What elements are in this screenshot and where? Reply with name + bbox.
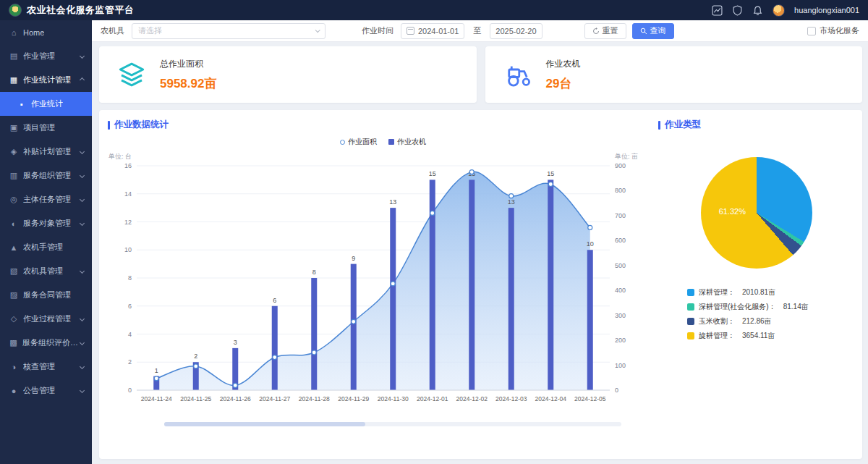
sidebar-item-label: 项目管理 — [23, 122, 55, 133]
svg-text:4: 4 — [128, 331, 132, 338]
chevron-down-icon — [80, 364, 85, 369]
main-content: 农机具 请选择 作业时间 2024-01-01 至 2025-02-20 重置 … — [92, 20, 868, 464]
market-service-checkbox[interactable]: 市场化服务 — [807, 25, 859, 36]
sidebar-item-machinist[interactable]: ▲ 农机手管理 — [0, 235, 92, 259]
sidebar-item-label: Home — [23, 28, 44, 37]
sidebar-item-org-evaluate[interactable]: ▩ 服务组织评价管理 — [0, 331, 92, 355]
sidebar-item-label: 主体任务管理 — [23, 194, 71, 205]
time-range-label: 作业时间 — [362, 25, 393, 36]
svg-text:15: 15 — [429, 170, 436, 177]
menu-icon: ● — [9, 387, 18, 395]
legend-label: 深耕管理(社会化服务)： — [699, 302, 776, 312]
pie-legend-item[interactable]: 深耕管理： 2010.81亩 — [687, 287, 855, 298]
date-end-input[interactable]: 2025-02-20 — [490, 23, 542, 39]
stat-card-total-area: 总作业面积 5958.92亩 — [99, 46, 477, 103]
legend-circle-icon — [340, 140, 345, 145]
chevron-down-icon — [80, 221, 85, 226]
legend-label: 旋耕管理： — [699, 331, 735, 341]
calendar-icon — [407, 27, 414, 35]
svg-text:2024-11-27: 2024-11-27 — [259, 395, 290, 402]
svg-text:2: 2 — [194, 353, 197, 360]
sidebar-item-service-contract[interactable]: ▨ 服务合同管理 — [0, 283, 92, 307]
sidebar-item-job-manage[interactable]: ▤ 作业管理 — [0, 44, 92, 68]
sidebar-item-label: 作业统计管理 — [23, 75, 71, 85]
sidebar-item-label: 服务组织管理 — [23, 170, 71, 181]
legend-color-chip — [687, 303, 694, 311]
chart-scrollbar[interactable] — [164, 422, 621, 426]
svg-text:10: 10 — [124, 246, 132, 253]
stat-value: 5958.92亩 — [160, 75, 216, 92]
sidebar-item-machinery[interactable]: ▧ 农机具管理 — [0, 259, 92, 283]
chevron-down-icon — [80, 316, 85, 321]
menu-icon: ▲ — [9, 243, 18, 252]
sidebar-subitem-job-stat[interactable]: ▪ 作业统计 — [0, 92, 92, 116]
svg-text:14: 14 — [124, 190, 132, 198]
sidebar-item-label: 作业过程管理 — [23, 313, 71, 324]
menu-icon: ▩ — [9, 338, 17, 347]
chart-section-title: 作业数据统计 — [108, 119, 658, 131]
svg-text:100: 100 — [615, 362, 626, 369]
user-avatar[interactable] — [773, 4, 785, 17]
sidebar-item-label: 服务组织评价管理 — [22, 337, 80, 348]
chart-scrollbar-thumb[interactable] — [164, 422, 365, 426]
sidebar-item-job-stat-manage[interactable]: ▦ 作业统计管理 — [0, 68, 92, 92]
shield-icon[interactable] — [732, 5, 743, 16]
legend-color-chip — [687, 289, 694, 296]
pie-legend: 深耕管理： 2010.81亩 深耕管理(社会化服务)： 81.14亩 玉米收割：… — [687, 287, 855, 341]
pie-legend-item[interactable]: 深耕管理(社会化服务)： 81.14亩 — [687, 302, 855, 312]
checkbox-icon[interactable] — [807, 27, 816, 35]
stat-value: 29台 — [546, 75, 581, 92]
legend-value: 3654.11亩 — [742, 331, 775, 341]
menu-icon: ▨ — [9, 290, 18, 300]
svg-text:2: 2 — [128, 358, 132, 366]
chevron-up-icon — [80, 77, 85, 83]
chart-icon[interactable] — [712, 5, 723, 16]
menu-icon: ▦ — [9, 75, 18, 85]
svg-text:2024-11-25: 2024-11-25 — [180, 395, 211, 402]
svg-text:8: 8 — [128, 274, 132, 282]
sidebar-item-verify[interactable]: ◑ 核查管理 — [0, 355, 92, 379]
legend-item-line[interactable]: 作业面积 — [340, 137, 377, 147]
pie-chart[interactable]: 61.32% — [701, 157, 812, 269]
menu-icon: ▥ — [9, 171, 18, 180]
pie-legend-item[interactable]: 旋耕管理： 3654.11亩 — [687, 331, 855, 341]
svg-text:2024-11-24: 2024-11-24 — [141, 395, 172, 402]
sidebar-item-home[interactable]: ⌂ Home — [0, 20, 92, 44]
menu-icon: ◇ — [9, 314, 18, 324]
bell-icon[interactable] — [752, 5, 763, 16]
search-button[interactable]: 查询 — [632, 23, 674, 39]
sidebar-item-service-org[interactable]: ▥ 服务组织管理 — [0, 164, 92, 187]
pie-legend-item[interactable]: 玉米收割： 212.86亩 — [687, 316, 855, 326]
sidebar-item-notice[interactable]: ● 公告管理 — [0, 379, 92, 402]
date-separator: 至 — [470, 25, 484, 36]
date-start-input[interactable]: 2024-01-01 — [401, 23, 464, 39]
filter-bar: 农机具 请选择 作业时间 2024-01-01 至 2025-02-20 重置 … — [92, 20, 868, 42]
machine-select[interactable]: 请选择 — [132, 23, 326, 39]
menu-icon: ◎ — [9, 195, 18, 204]
legend-item-bar[interactable]: 作业农机 — [388, 137, 426, 147]
stat-card-machines: 作业农机 29台 — [485, 46, 863, 103]
search-icon — [640, 28, 647, 35]
stat-title: 作业农机 — [546, 58, 581, 70]
sidebar-item-service-target[interactable]: ◐ 服务对象管理 — [0, 211, 92, 235]
sidebar-item-label: 服务对象管理 — [23, 218, 71, 229]
sidebar-item-label: 核查管理 — [23, 361, 55, 372]
reset-button[interactable]: 重置 — [584, 23, 626, 39]
layers-icon — [115, 58, 148, 91]
sidebar-item-subsidy-plan[interactable]: ◈ 补贴计划管理 — [0, 140, 92, 164]
sidebar-item-job-process[interactable]: ◇ 作业过程管理 — [0, 307, 92, 331]
combo-chart[interactable]: 0246810121416010020030040050060070080090… — [108, 147, 643, 416]
svg-text:6: 6 — [273, 297, 276, 304]
sidebar-item-subject-task[interactable]: ◎ 主体任务管理 — [0, 187, 92, 211]
menu-icon: ◐ — [9, 219, 18, 228]
sidebar-item-project-manage[interactable]: ▣ 项目管理 — [0, 116, 92, 140]
svg-text:800: 800 — [615, 187, 626, 194]
menu-icon: ▪ — [17, 100, 26, 109]
menu-icon: ▧ — [9, 266, 18, 276]
sidebar-item-label: 作业管理 — [23, 51, 55, 62]
svg-text:1: 1 — [155, 367, 158, 374]
sidebar-item-label: 农机手管理 — [23, 242, 63, 253]
sidebar: ⌂ Home ▤ 作业管理 ▦ 作业统计管理 ▪ 作业统计 ▣ 项目管理 ◈ 补… — [0, 20, 92, 464]
svg-text:13: 13 — [508, 198, 515, 206]
username[interactable]: huanglongxian001 — [794, 6, 859, 14]
